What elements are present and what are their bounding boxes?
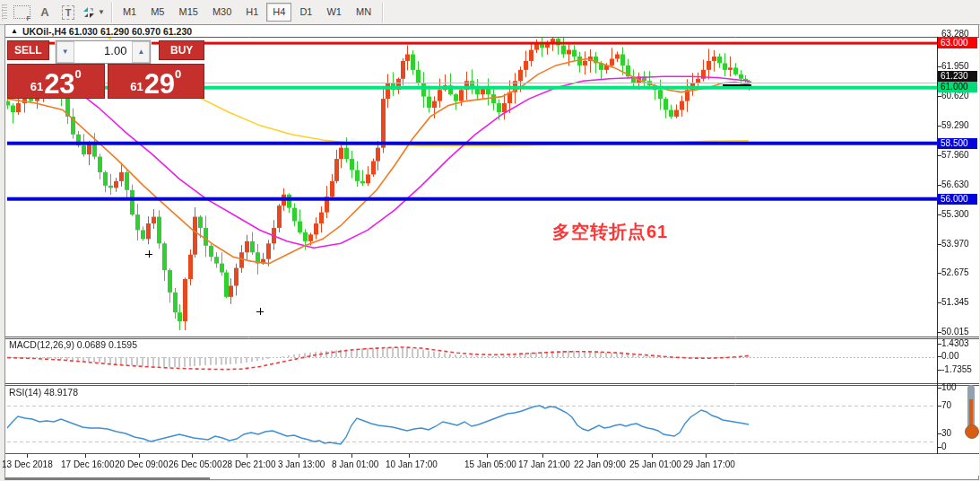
volume-decrease-button[interactable]: ▼ bbox=[56, 41, 74, 63]
buy-price-display[interactable]: 61 29 0 bbox=[108, 64, 205, 99]
thermometer-icon bbox=[962, 385, 980, 444]
buy-price-big-digits: 29 bbox=[144, 73, 175, 96]
time-tick-label: 15 Jan 05:00 bbox=[464, 459, 516, 469]
price-tick-label: 51.345 bbox=[941, 297, 969, 307]
text-tool-icon[interactable]: T bbox=[58, 3, 78, 22]
time-tick-label: 22 Jan 09:00 bbox=[574, 459, 626, 469]
collapse-triangle-icon[interactable]: ▲ bbox=[11, 27, 18, 35]
chart-text-annotation: 多空转折点61 bbox=[552, 220, 668, 244]
toolbar-grip[interactable] bbox=[2, 4, 7, 21]
volume-input[interactable]: 1.00 bbox=[74, 41, 133, 63]
price-level-badge: 58.500 bbox=[938, 138, 977, 149]
sell-price-superscript: 0 bbox=[75, 67, 82, 81]
one-click-trade-panel: SELL ▼ 1.00 ▲ BUY 61 23 0 61 29 0 bbox=[7, 40, 204, 99]
price-level-badge: 61.000 bbox=[938, 82, 977, 92]
sell-price-prefix: 61 bbox=[30, 80, 43, 93]
indicator-tick-label: 30 bbox=[941, 428, 951, 438]
bottom-tab-strip bbox=[5, 477, 210, 480]
timeframe-h4[interactable]: H4 bbox=[266, 3, 291, 22]
timeframe-m15[interactable]: M15 bbox=[172, 3, 204, 22]
timeframe-d1[interactable]: D1 bbox=[293, 3, 318, 22]
price-level-badge: 56.000 bbox=[938, 194, 977, 205]
indicator-tick-label: 1.4303 bbox=[941, 338, 969, 348]
price-tick-label: 61.950 bbox=[941, 61, 969, 71]
rsi-indicator-label: RSI(14) 48.9178 bbox=[9, 387, 78, 398]
time-tick-label: 17 Dec 16:00 bbox=[61, 459, 115, 469]
indicator-tick-label: 0.00 bbox=[941, 351, 958, 361]
time-tick-label: 8 Jan 01:00 bbox=[332, 459, 378, 469]
price-tick-label: 50.015 bbox=[941, 327, 969, 337]
time-tick-label: 26 Dec 05:00 bbox=[169, 459, 222, 469]
chart-symbol-ohlc: UKOil-,H4 61.030 61.290 60.970 61.230 bbox=[22, 26, 192, 37]
top-toolbar: F A T ▼ M1M5M15M30H1H4D1W1MN bbox=[0, 0, 980, 25]
buy-price-prefix: 61 bbox=[130, 80, 143, 93]
indicator-tick-label: 0 bbox=[941, 442, 947, 451]
buy-button[interactable]: BUY bbox=[159, 40, 204, 60]
time-tick-label: 13 Dec 2018 bbox=[2, 459, 53, 469]
time-tick-label: 17 Jan 21:00 bbox=[518, 459, 570, 469]
macd-indicator-label: MACD(12,26,9) 0.0689 0.1595 bbox=[9, 339, 137, 350]
sell-price-big-digits: 23 bbox=[44, 73, 74, 96]
time-tick-label: 28 Dec 21:00 bbox=[222, 459, 276, 469]
time-tick-label: 3 Jan 13:00 bbox=[278, 459, 325, 469]
timeframe-mn[interactable]: MN bbox=[350, 3, 377, 22]
sell-price-display[interactable]: 61 23 0 bbox=[7, 64, 105, 99]
volume-stepper: ▼ 1.00 ▲ bbox=[56, 40, 152, 64]
timeframe-m5[interactable]: M5 bbox=[144, 3, 170, 22]
chart-title-bar[interactable]: ▲ UKOil-,H4 61.030 61.290 60.970 61.230 bbox=[5, 25, 977, 37]
price-tick-label: 55.300 bbox=[941, 209, 969, 219]
time-tick-label: 10 Jan 17:00 bbox=[386, 459, 438, 469]
price-tick-label: 53.970 bbox=[941, 239, 969, 249]
timeframe-m1[interactable]: M1 bbox=[117, 3, 143, 22]
chevron-down-icon[interactable]: ▼ bbox=[98, 8, 105, 16]
volume-increase-button[interactable]: ▲ bbox=[132, 41, 150, 63]
indicator-window-icon[interactable]: F bbox=[12, 3, 31, 22]
price-level-badge: 63.000 bbox=[938, 38, 977, 48]
timeframe-m30[interactable]: M30 bbox=[206, 3, 238, 22]
arrows-glyph bbox=[82, 6, 95, 19]
sell-button[interactable]: SELL bbox=[7, 40, 49, 60]
toolbar-separator bbox=[111, 3, 112, 22]
price-chart-canvas[interactable] bbox=[5, 37, 979, 476]
time-tick-label: 25 Jan 01:00 bbox=[629, 459, 681, 469]
timeframe-group: M1M5M15M30H1H4D1W1MN bbox=[116, 3, 378, 22]
price-tick-label: 57.960 bbox=[941, 150, 969, 160]
price-tick-label: 59.290 bbox=[941, 120, 969, 130]
toolbar-separator bbox=[382, 3, 383, 22]
indicator-tick-label: 70 bbox=[941, 400, 951, 410]
price-tick-label: 52.675 bbox=[941, 267, 969, 277]
time-tick-label: 20 Dec 09:00 bbox=[115, 459, 169, 469]
price-tick-label: 56.630 bbox=[941, 179, 969, 189]
shapes-icon[interactable]: ▼ bbox=[82, 3, 106, 22]
timeframe-w1[interactable]: W1 bbox=[320, 3, 348, 22]
time-tick-label: 29 Jan 17:00 bbox=[683, 459, 735, 469]
indicator-tick-label: -1.7355 bbox=[941, 364, 972, 374]
indicator-tick-label: 100 bbox=[941, 382, 957, 392]
text-label-icon[interactable]: A bbox=[35, 3, 55, 22]
timeframe-h1[interactable]: H1 bbox=[239, 3, 265, 22]
price-level-badge: 61.230 bbox=[938, 71, 977, 82]
buy-price-superscript: 0 bbox=[175, 67, 181, 81]
